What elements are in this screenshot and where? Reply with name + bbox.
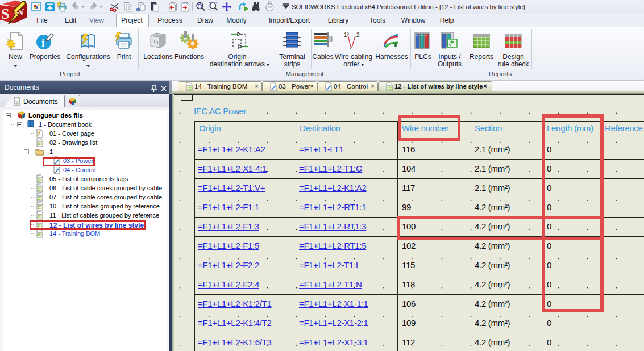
svg-text:S: S [1, 6, 9, 22]
